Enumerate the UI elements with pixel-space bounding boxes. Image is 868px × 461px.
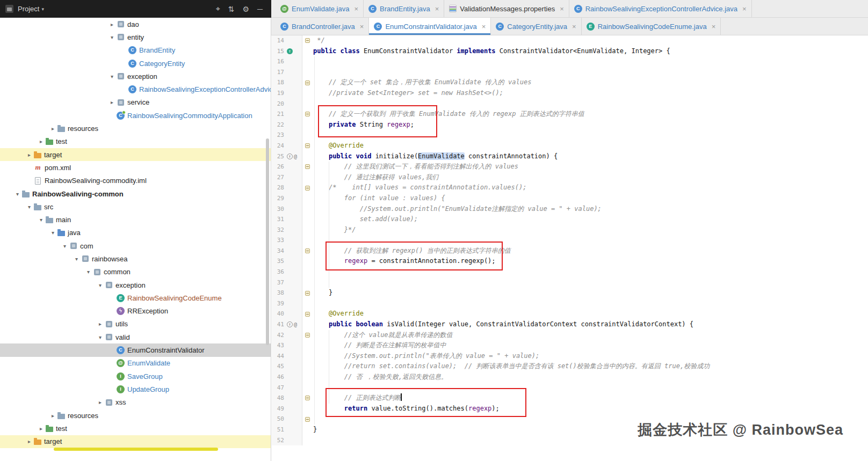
code-line[interactable]: 36 (272, 267, 868, 277)
tree-item-main[interactable]: ▾main (0, 213, 271, 226)
tree-item-src[interactable]: ▾src (0, 200, 271, 213)
project-panel-title[interactable]: Project (18, 5, 39, 13)
tree-horizontal-scrollbar[interactable] (54, 448, 218, 451)
code-line[interactable]: 18 // 定义一个 set 集合，用于收集 EnumValidate 传入的 … (272, 77, 868, 88)
fold-marker-icon[interactable] (305, 417, 310, 422)
tree-item-target[interactable]: ▸target (0, 435, 271, 448)
close-tab-icon[interactable]: × (560, 5, 564, 13)
line-number[interactable]: 46 (272, 372, 286, 383)
code-line[interactable]: 49 return value.toString().matches(regex… (272, 404, 868, 414)
fold-marker-icon[interactable] (305, 248, 310, 253)
fold-marker-icon[interactable] (305, 38, 310, 43)
line-number[interactable]: 44 (272, 351, 286, 362)
code-editor[interactable]: 14 */15↑public class EnumConstraintValid… (272, 35, 868, 461)
close-tab-icon[interactable]: × (572, 23, 576, 31)
chevron-right-icon[interactable]: ▸ (107, 21, 117, 27)
tree-item-exception[interactable]: ▾exception (0, 279, 271, 291)
chevron-right-icon[interactable]: ▸ (96, 399, 105, 405)
code-line[interactable]: 48 // 正则表达式判断 (272, 393, 868, 404)
tab-enumconstraintvalidator-java[interactable]: CEnumConstraintValidator.java× (369, 18, 491, 35)
fold-marker-icon[interactable] (305, 81, 310, 85)
line-number[interactable]: 38 (272, 288, 286, 298)
code-line[interactable]: 28 /* int[] values = constraintAnnotatio… (272, 182, 868, 193)
line-number[interactable]: 42 (272, 330, 286, 341)
line-number[interactable]: 27 (272, 172, 286, 183)
tree-item-target[interactable]: ▸target (0, 148, 271, 161)
locate-file-icon[interactable]: ⌖ (216, 4, 220, 13)
chevron-down-icon[interactable]: ▾ (48, 230, 57, 236)
code-line[interactable]: 25↑@ public void initialize(EnumValidate… (272, 151, 868, 162)
chevron-right-icon[interactable]: ▸ (107, 99, 117, 105)
line-number[interactable]: 43 (272, 340, 286, 351)
fold-marker-icon[interactable] (305, 291, 310, 296)
chevron-down-icon[interactable]: ▾ (72, 256, 81, 262)
code-line[interactable]: 43 // 判断是否在注解填写的枚举值中 (272, 340, 868, 351)
tree-item-rainbowsealivingcodeenume[interactable]: ERainbowSealivingCodeEnume (0, 291, 271, 304)
line-number[interactable]: 21 (272, 109, 286, 120)
tree-vertical-scrollbar[interactable] (266, 138, 269, 345)
tree-item-enumconstraintvalidator[interactable]: CEnumConstraintValidator (0, 343, 271, 356)
code-line[interactable]: 47 (272, 383, 868, 393)
tree-item-rainbowsealivingexceptioncontrolleradvice[interactable]: CRainbowSealivingExceptionControllerAdvi… (0, 83, 271, 96)
tree-item-com[interactable]: ▾com (0, 239, 271, 252)
code-line[interactable]: 22 private String regexp; (272, 120, 868, 130)
tree-item-common[interactable]: ▾common (0, 266, 271, 279)
tree-item-valid[interactable]: ▾valid (0, 331, 271, 343)
tree-item-utils[interactable]: ▸utils (0, 318, 271, 331)
code-line[interactable]: 46 // 否 ，校验失败,返回失败信息。 (272, 372, 868, 383)
code-line[interactable]: 17 (272, 67, 868, 78)
line-number[interactable]: 18 (272, 77, 286, 88)
line-number[interactable]: 22 (272, 120, 286, 130)
tree-item-categoryentity[interactable]: CCategoryEntity (0, 57, 271, 70)
code-line[interactable]: 42 //这个 value就是从表单传递的数值 (272, 330, 868, 341)
tree-item-exception[interactable]: ▾exception (0, 70, 271, 83)
code-line[interactable]: 20 (272, 99, 868, 109)
tree-item-rainbowsealiving-commodity-iml[interactable]: RainbowSealiving-commodity.iml (0, 174, 271, 187)
tab-rainbowsealivingcodeenume-java[interactable]: ERainbowSealivingCodeEnume.java× (582, 18, 721, 35)
chevron-down-icon[interactable]: ▾ (13, 191, 22, 197)
fold-marker-icon[interactable] (305, 333, 310, 338)
tree-item-service[interactable]: ▸service (0, 96, 271, 109)
override-marker-icon[interactable]: ↑ (287, 153, 293, 159)
collapse-all-icon[interactable]: ⇅ (228, 5, 235, 13)
chevron-down-icon[interactable]: ▾ (107, 34, 117, 40)
code-line[interactable]: 45 //return set.contains(value); // 判断该表… (272, 361, 868, 372)
chevron-down-icon[interactable]: ▾ (96, 334, 105, 340)
code-line[interactable]: 24 @Override (272, 141, 868, 151)
tree-item-rainbowsea[interactable]: ▾rainbowsea (0, 252, 271, 265)
tab-brandcontroller-java[interactable]: CBrandController.java× (276, 18, 369, 35)
code-line[interactable]: 39 (272, 298, 868, 309)
tree-item-enumvalidate[interactable]: @EnumValidate (0, 357, 271, 370)
tree-item-resources[interactable]: ▸resources (0, 409, 271, 422)
line-number[interactable]: 25 (272, 151, 286, 162)
tab-enumvalidate-java[interactable]: @EnumValidate.java× (276, 0, 364, 17)
line-number[interactable]: 29 (272, 193, 286, 204)
tree-item-rainbowsealivingcommodityapplication[interactable]: CRainbowSealivingCommodityApplication (0, 109, 271, 122)
tree-item-dao[interactable]: ▸dao (0, 18, 271, 31)
line-number[interactable]: 39 (272, 298, 286, 309)
close-tab-icon[interactable]: × (712, 23, 716, 31)
close-tab-icon[interactable]: × (354, 5, 358, 13)
code-line[interactable]: 19 //private Set<Integer> set = new Hash… (272, 88, 868, 99)
chevron-down-icon[interactable]: ▾ (107, 74, 117, 79)
implements-marker-icon[interactable]: ↑ (287, 48, 293, 54)
line-number[interactable]: 35 (272, 256, 286, 267)
line-number[interactable]: 31 (272, 214, 286, 225)
code-line[interactable]: 35 regexp = constraintAnnotation.regexp(… (272, 256, 868, 267)
chevron-right-icon[interactable]: ▸ (96, 321, 105, 327)
tree-item-savegroup[interactable]: ISaveGroup (0, 370, 271, 383)
line-number[interactable]: 33 (272, 235, 286, 246)
line-number[interactable]: 14 (272, 35, 286, 46)
at-icon[interactable]: @ (294, 321, 297, 327)
line-number[interactable]: 48 (272, 393, 286, 404)
tree-item-test[interactable]: ▸test (0, 422, 271, 435)
fold-marker-icon[interactable] (305, 396, 310, 400)
line-number[interactable]: 34 (272, 246, 286, 257)
line-number[interactable]: 17 (272, 67, 286, 78)
code-line[interactable]: 26 // 这里我们测试一下，看看能否得到注解出传入的 values (272, 162, 868, 172)
code-line[interactable]: 40 @Override (272, 309, 868, 319)
fold-marker-icon[interactable] (305, 112, 310, 116)
chevron-right-icon[interactable]: ▸ (48, 126, 57, 131)
line-number[interactable]: 41 (272, 319, 286, 330)
chevron-down-icon[interactable]: ▾ (37, 217, 46, 223)
